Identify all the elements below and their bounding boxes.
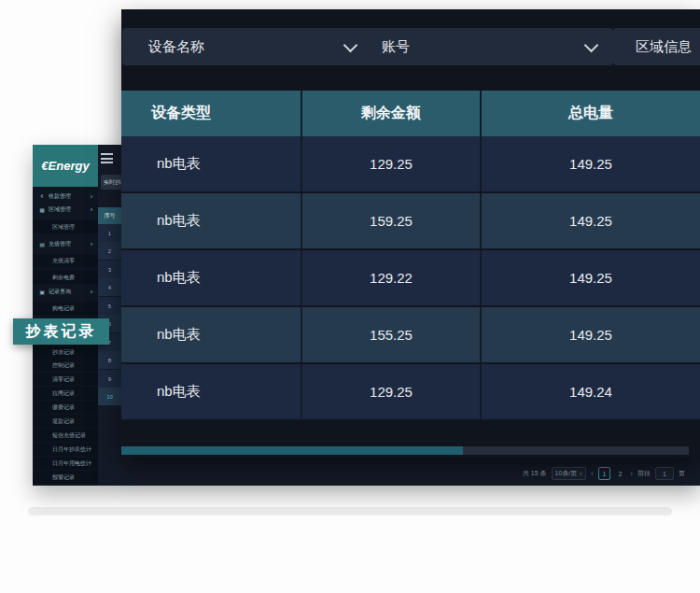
- sidebar-item-control-records[interactable]: 控制记录: [33, 359, 98, 372]
- sidebar: €Energy ¢ 收款管理 ∨ ▦ 区域管理 ∧ 区域管理 ▤ 充值管理 ∧ …: [33, 145, 98, 486]
- table-row: nb电表 155.25 149.25: [121, 307, 700, 364]
- sidebar-item-payment-records[interactable]: 缴费记录: [33, 401, 98, 414]
- col-device-type: 设备类型: [121, 91, 301, 136]
- region-info-label: 区域信息: [636, 38, 692, 56]
- sidebar-item-purchase-records[interactable]: 购电记录: [33, 302, 98, 315]
- page-scroll-strip: [28, 507, 672, 515]
- cell-remaining-amount: 159.25: [301, 193, 480, 248]
- goto-unit: 页: [679, 469, 685, 478]
- recharge-icon: ▤: [38, 241, 46, 247]
- meter-table: 设备类型 剩余金额 总电量 nb电表 129.25 149.25 nb电表 15…: [121, 91, 700, 421]
- index-row: 9: [98, 370, 121, 388]
- sidebar-group-records[interactable]: ▣ 记录查询 ∧: [33, 285, 98, 298]
- cell-remaining-amount: 155.25: [301, 307, 480, 362]
- index-row: 4: [98, 278, 121, 297]
- cell-device-type: nb电表: [121, 193, 301, 248]
- pagination-total: 共 15 条: [523, 469, 547, 478]
- zoom-overlay-panel: 设备名称 账号 区域信息 设备类型 剩余金额 总电量 nb电表 129.25 1…: [121, 9, 700, 458]
- sidebar-item-remaining-fee[interactable]: 剩余电费: [33, 271, 98, 284]
- pagination: 共 15 条 10条/页 ∨ ‹ 1 2 › 前往 1 页: [523, 466, 685, 481]
- sidebar-group-recharge[interactable]: ▤ 充值管理 ∧: [33, 237, 98, 250]
- page-1-button[interactable]: 1: [598, 467, 610, 480]
- app-logo: €Energy: [33, 145, 98, 187]
- page-size-value: 10条/页: [555, 469, 578, 478]
- cell-remaining-amount: 129.22: [301, 250, 480, 305]
- chevron-down-icon: ∨: [579, 471, 582, 476]
- col-total-power: 总电量: [480, 91, 700, 136]
- chevron-down-icon: ∨: [90, 193, 93, 199]
- next-page-button[interactable]: ›: [630, 470, 633, 478]
- table-row: nb电表 129.25 149.24: [121, 364, 700, 421]
- page-2-button[interactable]: 2: [615, 468, 625, 479]
- sidebar-item-refund-records[interactable]: 退款记录: [33, 415, 98, 428]
- region-icon: ▦: [38, 206, 46, 213]
- sidebar-group-region[interactable]: ▦ 区域管理 ∧: [33, 203, 98, 216]
- index-row: 2: [98, 242, 121, 261]
- table-row: nb电表 129.25 149.25: [121, 136, 700, 193]
- goto-page-input[interactable]: 1: [655, 467, 674, 480]
- region-info-select[interactable]: 区域信息: [613, 28, 700, 65]
- chevron-down-icon: [584, 38, 599, 53]
- device-name-label: 设备名称: [148, 38, 204, 56]
- col-remaining-amount: 剩余金额: [301, 91, 480, 136]
- cell-remaining-amount: 129.25: [301, 364, 480, 419]
- cell-device-type: nb电表: [121, 307, 301, 362]
- table-row: nb电表 129.22 149.25: [121, 250, 700, 307]
- device-name-select[interactable]: 设备名称: [122, 28, 372, 65]
- index-row-active: 10: [98, 388, 121, 406]
- sidebar-item-switch-records[interactable]: 拉闸记录: [33, 387, 98, 400]
- sidebar-item-meter-reading-records-callout[interactable]: 抄表记录: [13, 318, 109, 345]
- index-column-header: 序号: [98, 207, 121, 224]
- cell-remaining-amount: 129.25: [301, 136, 480, 191]
- cell-total-power: 149.25: [480, 250, 700, 305]
- sidebar-item-water-reading-records[interactable]: 抄水记录: [33, 346, 98, 359]
- account-select[interactable]: 账号: [361, 28, 613, 65]
- horizontal-scrollbar-thumb[interactable]: [121, 446, 463, 455]
- goto-label: 前往: [637, 469, 651, 478]
- table-header-row: 设备类型 剩余金额 总电量: [121, 91, 700, 136]
- index-row: 5: [98, 297, 121, 316]
- chevron-up-icon: ∧: [90, 241, 93, 247]
- page-size-select[interactable]: 10条/页 ∨: [552, 467, 586, 480]
- sidebar-group-payment[interactable]: ¢ 收款管理 ∨: [33, 190, 98, 203]
- index-row: 1: [98, 224, 121, 243]
- page: €Energy ¢ 收款管理 ∨ ▦ 区域管理 ∧ 区域管理 ▤ 充值管理 ∧ …: [0, 0, 700, 593]
- cell-total-power: 149.24: [480, 364, 700, 419]
- payment-icon: ¢: [38, 193, 46, 199]
- cell-total-power: 149.25: [480, 193, 700, 248]
- chevron-up-icon: ∧: [90, 206, 93, 212]
- sidebar-item-recharge-clear[interactable]: 充值清零: [33, 254, 98, 267]
- chevron-down-icon: [343, 38, 358, 53]
- cell-device-type: nb电表: [121, 364, 301, 419]
- sidebar-item-alarm-records[interactable]: 报警记录: [33, 471, 98, 484]
- sidebar-item-reading-stats[interactable]: 日月年抄表统计: [33, 443, 98, 456]
- prev-page-button[interactable]: ‹: [591, 470, 594, 478]
- cell-total-power: 149.25: [480, 307, 700, 362]
- chevron-up-icon: ∧: [90, 289, 93, 294]
- sidebar-item-region-mgmt[interactable]: 区域管理: [33, 220, 98, 233]
- sidebar-item-usage-stats[interactable]: 日月年用电统计: [33, 457, 98, 470]
- index-row: 3: [98, 261, 121, 279]
- index-row: 8: [98, 351, 121, 370]
- cell-device-type: nb电表: [121, 250, 301, 305]
- records-icon: ▣: [38, 289, 46, 295]
- sidebar-item-clear-records[interactable]: 清零记录: [33, 373, 98, 386]
- account-label: 账号: [382, 38, 410, 56]
- cell-total-power: 149.25: [480, 136, 700, 191]
- sidebar-item-sms-recharge-records[interactable]: 短信充值记录: [33, 429, 98, 442]
- hamburger-icon[interactable]: [101, 153, 113, 163]
- table-row: nb电表 159.25 149.25: [121, 193, 700, 250]
- cell-device-type: nb电表: [121, 136, 301, 191]
